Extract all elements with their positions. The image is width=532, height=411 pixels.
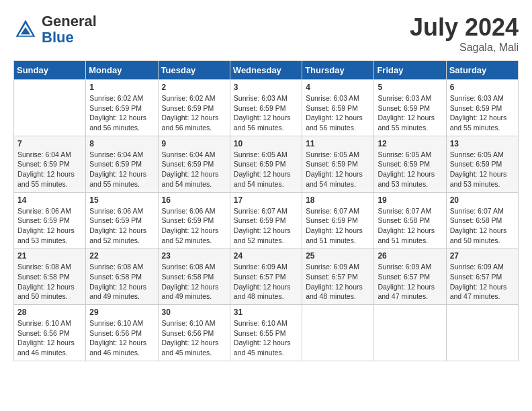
calendar-cell: 14Sunrise: 6:06 AMSunset: 6:59 PMDayligh… [14, 192, 86, 248]
calendar-cell: 21Sunrise: 6:08 AMSunset: 6:58 PMDayligh… [14, 248, 86, 305]
calendar-cell: 26Sunrise: 6:09 AMSunset: 6:57 PMDayligh… [374, 248, 446, 305]
calendar-cell: 8Sunrise: 6:04 AMSunset: 6:59 PMDaylight… [86, 136, 158, 192]
day-number: 17 [234, 195, 298, 205]
calendar-cell: 1Sunrise: 6:02 AMSunset: 6:59 PMDaylight… [86, 80, 158, 136]
calendar-cell: 19Sunrise: 6:07 AMSunset: 6:58 PMDayligh… [374, 192, 446, 248]
month-title: July 2024 [410, 13, 519, 42]
day-info: Sunrise: 6:03 AMSunset: 6:59 PMDaylight:… [378, 93, 442, 133]
calendar-cell: 9Sunrise: 6:04 AMSunset: 6:59 PMDaylight… [158, 136, 230, 192]
calendar-cell: 30Sunrise: 6:10 AMSunset: 6:56 PMDayligh… [158, 305, 230, 361]
day-info: Sunrise: 6:09 AMSunset: 6:57 PMDaylight:… [234, 262, 298, 302]
day-info: Sunrise: 6:02 AMSunset: 6:59 PMDaylight:… [89, 93, 154, 133]
day-info: Sunrise: 6:08 AMSunset: 6:58 PMDaylight:… [17, 262, 82, 302]
day-number: 22 [89, 251, 154, 261]
calendar-cell: 25Sunrise: 6:09 AMSunset: 6:57 PMDayligh… [302, 248, 374, 305]
calendar-cell: 5Sunrise: 6:03 AMSunset: 6:59 PMDaylight… [374, 80, 446, 136]
page-header: General Blue July 2024 Sagala, Mali [13, 13, 519, 54]
calendar-cell: 6Sunrise: 6:03 AMSunset: 6:59 PMDaylight… [446, 80, 518, 136]
day-info: Sunrise: 6:08 AMSunset: 6:58 PMDaylight:… [89, 262, 154, 302]
day-info: Sunrise: 6:05 AMSunset: 6:59 PMDaylight:… [378, 150, 442, 189]
calendar-cell: 27Sunrise: 6:09 AMSunset: 6:57 PMDayligh… [446, 248, 518, 305]
calendar-cell: 2Sunrise: 6:02 AMSunset: 6:59 PMDaylight… [158, 80, 230, 136]
calendar-cell: 3Sunrise: 6:03 AMSunset: 6:59 PMDaylight… [230, 80, 302, 136]
day-number: 25 [306, 251, 370, 261]
day-number: 16 [162, 195, 226, 205]
day-info: Sunrise: 6:07 AMSunset: 6:58 PMDaylight:… [450, 206, 515, 246]
calendar-table: SundayMondayTuesdayWednesdayThursdayFrid… [13, 60, 519, 361]
logo-icon [13, 17, 38, 42]
calendar-cell [14, 80, 86, 136]
day-info: Sunrise: 6:07 AMSunset: 6:59 PMDaylight:… [234, 206, 298, 246]
col-header-sunday: Sunday [14, 61, 86, 80]
calendar-cell [446, 305, 518, 361]
day-number: 15 [89, 195, 154, 205]
day-info: Sunrise: 6:06 AMSunset: 6:59 PMDaylight:… [89, 206, 154, 246]
day-number: 8 [89, 139, 154, 148]
calendar-cell: 7Sunrise: 6:04 AMSunset: 6:59 PMDaylight… [14, 136, 86, 192]
day-number: 19 [378, 195, 442, 205]
day-number: 6 [450, 83, 515, 92]
calendar-cell: 17Sunrise: 6:07 AMSunset: 6:59 PMDayligh… [230, 192, 302, 248]
day-info: Sunrise: 6:05 AMSunset: 6:59 PMDaylight:… [450, 150, 515, 189]
title-block: July 2024 Sagala, Mali [410, 13, 519, 54]
logo: General Blue [13, 13, 97, 46]
calendar-cell: 10Sunrise: 6:05 AMSunset: 6:59 PMDayligh… [230, 136, 302, 192]
day-number: 20 [450, 195, 515, 205]
day-number: 23 [162, 251, 226, 261]
day-number: 1 [89, 83, 154, 92]
day-info: Sunrise: 6:04 AMSunset: 6:59 PMDaylight:… [89, 150, 154, 189]
calendar-cell: 18Sunrise: 6:07 AMSunset: 6:59 PMDayligh… [302, 192, 374, 248]
calendar-cell: 13Sunrise: 6:05 AMSunset: 6:59 PMDayligh… [446, 136, 518, 192]
day-number: 24 [234, 251, 298, 261]
col-header-friday: Friday [374, 61, 446, 80]
header-row: SundayMondayTuesdayWednesdayThursdayFrid… [14, 61, 519, 80]
location: Sagala, Mali [410, 42, 519, 54]
calendar-cell [374, 305, 446, 361]
day-number: 27 [450, 251, 515, 261]
col-header-thursday: Thursday [302, 61, 374, 80]
week-row-4: 21Sunrise: 6:08 AMSunset: 6:58 PMDayligh… [14, 248, 519, 305]
day-info: Sunrise: 6:10 AMSunset: 6:56 PMDaylight:… [17, 318, 82, 358]
day-info: Sunrise: 6:06 AMSunset: 6:59 PMDaylight:… [17, 206, 82, 246]
calendar-cell: 29Sunrise: 6:10 AMSunset: 6:56 PMDayligh… [86, 305, 158, 361]
day-number: 30 [162, 308, 226, 317]
logo-blue: Blue [42, 29, 74, 46]
logo-general: General [42, 13, 97, 30]
day-info: Sunrise: 6:09 AMSunset: 6:57 PMDaylight:… [378, 262, 442, 302]
week-row-1: 1Sunrise: 6:02 AMSunset: 6:59 PMDaylight… [14, 80, 519, 136]
col-header-saturday: Saturday [446, 61, 518, 80]
calendar-cell: 20Sunrise: 6:07 AMSunset: 6:58 PMDayligh… [446, 192, 518, 248]
day-info: Sunrise: 6:03 AMSunset: 6:59 PMDaylight:… [234, 93, 298, 133]
day-number: 28 [17, 308, 82, 317]
day-info: Sunrise: 6:04 AMSunset: 6:59 PMDaylight:… [17, 150, 82, 189]
calendar-cell [302, 305, 374, 361]
day-info: Sunrise: 6:05 AMSunset: 6:59 PMDaylight:… [306, 150, 370, 189]
day-info: Sunrise: 6:03 AMSunset: 6:59 PMDaylight:… [306, 93, 370, 133]
day-number: 2 [162, 83, 226, 92]
day-number: 14 [17, 195, 82, 205]
calendar-cell: 16Sunrise: 6:06 AMSunset: 6:59 PMDayligh… [158, 192, 230, 248]
calendar-cell: 11Sunrise: 6:05 AMSunset: 6:59 PMDayligh… [302, 136, 374, 192]
day-info: Sunrise: 6:05 AMSunset: 6:59 PMDaylight:… [234, 150, 298, 189]
calendar-cell: 28Sunrise: 6:10 AMSunset: 6:56 PMDayligh… [14, 305, 86, 361]
day-number: 5 [378, 83, 442, 92]
col-header-tuesday: Tuesday [158, 61, 230, 80]
week-row-2: 7Sunrise: 6:04 AMSunset: 6:59 PMDaylight… [14, 136, 519, 192]
day-number: 29 [89, 308, 154, 317]
day-info: Sunrise: 6:07 AMSunset: 6:58 PMDaylight:… [378, 206, 442, 246]
day-info: Sunrise: 6:07 AMSunset: 6:59 PMDaylight:… [306, 206, 370, 246]
day-number: 10 [234, 139, 298, 148]
day-info: Sunrise: 6:03 AMSunset: 6:59 PMDaylight:… [450, 93, 515, 133]
day-info: Sunrise: 6:10 AMSunset: 6:55 PMDaylight:… [234, 318, 298, 358]
week-row-5: 28Sunrise: 6:10 AMSunset: 6:56 PMDayligh… [14, 305, 519, 361]
day-info: Sunrise: 6:10 AMSunset: 6:56 PMDaylight:… [162, 318, 226, 358]
day-number: 3 [234, 83, 298, 92]
logo-text: General Blue [42, 13, 97, 46]
day-info: Sunrise: 6:04 AMSunset: 6:59 PMDaylight:… [162, 150, 226, 189]
day-number: 26 [378, 251, 442, 261]
calendar-cell: 22Sunrise: 6:08 AMSunset: 6:58 PMDayligh… [86, 248, 158, 305]
day-number: 11 [306, 139, 370, 148]
calendar-cell: 24Sunrise: 6:09 AMSunset: 6:57 PMDayligh… [230, 248, 302, 305]
day-number: 12 [378, 139, 442, 148]
day-number: 18 [306, 195, 370, 205]
